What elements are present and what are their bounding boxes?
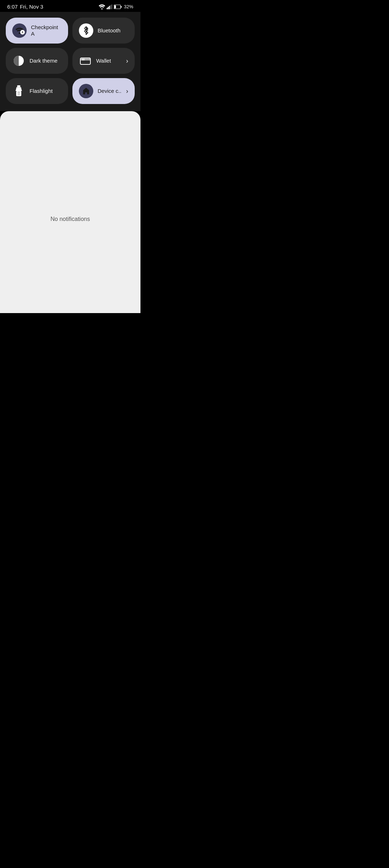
qs-tile-device-controls[interactable]: Device c.. ›	[72, 78, 135, 104]
qs-tile-device-controls-label: Device c..	[98, 88, 122, 94]
wifi-status-icon	[99, 4, 105, 9]
flashlight-icon	[14, 85, 23, 97]
status-bar: 6:07 Fri, Nov 3 32%	[0, 0, 140, 12]
svg-rect-17	[82, 59, 85, 60]
flashlight-icon-container	[12, 85, 25, 98]
svg-rect-22	[17, 94, 20, 95]
qs-tile-dark-theme[interactable]: Dark theme	[6, 48, 68, 74]
qs-tile-flashlight[interactable]: Flashlight	[6, 78, 68, 104]
signal-icon	[107, 4, 112, 9]
qs-tile-bluetooth[interactable]: Bluetooth	[72, 18, 135, 44]
wallet-arrow-icon: ›	[126, 57, 128, 65]
qs-tile-flashlight-label: Flashlight	[30, 88, 62, 94]
wifi-icon-container: 6	[12, 23, 27, 38]
battery-percent: 32%	[124, 4, 133, 9]
status-time: 6:07	[7, 4, 18, 10]
quick-settings-panel: 6 Checkpoint A Bluetooth	[0, 12, 140, 111]
qs-tile-bluetooth-label: Bluetooth	[98, 27, 128, 34]
battery-icon	[114, 4, 122, 9]
svg-rect-2	[108, 7, 109, 9]
svg-rect-3	[109, 6, 110, 9]
bluetooth-icon	[82, 26, 90, 35]
qs-grid: 6 Checkpoint A Bluetooth	[6, 18, 135, 104]
dark-theme-icon	[13, 55, 24, 67]
notification-panel: No notifications	[0, 111, 140, 313]
qs-tile-wifi-label: Checkpoint A	[31, 24, 62, 37]
status-date: Fri, Nov 3	[20, 4, 43, 10]
device-controls-arrow-icon: ›	[126, 87, 128, 95]
status-icons: 32%	[99, 4, 133, 9]
qs-tile-wallet[interactable]: Wallet ›	[72, 48, 135, 74]
wallet-icon-container	[79, 54, 92, 67]
svg-rect-5	[111, 4, 112, 9]
svg-rect-18	[17, 85, 21, 87]
svg-point-0	[101, 8, 103, 9]
wifi-icon-badge: 6	[15, 27, 23, 34]
svg-rect-20	[17, 92, 20, 92]
qs-tile-dark-theme-label: Dark theme	[30, 58, 62, 64]
bluetooth-icon-container	[79, 23, 93, 38]
device-controls-icon-container	[79, 84, 93, 98]
no-notifications-label: No notifications	[50, 216, 90, 222]
qs-tile-wifi[interactable]: 6 Checkpoint A	[6, 18, 68, 44]
svg-rect-7	[121, 6, 121, 8]
svg-rect-21	[17, 93, 20, 94]
wallet-icon	[80, 56, 91, 65]
qs-tile-wallet-label: Wallet	[96, 58, 122, 64]
home-icon	[82, 87, 90, 95]
dark-theme-icon-container	[12, 54, 25, 67]
svg-rect-8	[114, 5, 116, 8]
svg-rect-4	[110, 5, 111, 9]
wifi-badge-number: 6	[20, 30, 25, 35]
svg-rect-1	[107, 8, 108, 9]
